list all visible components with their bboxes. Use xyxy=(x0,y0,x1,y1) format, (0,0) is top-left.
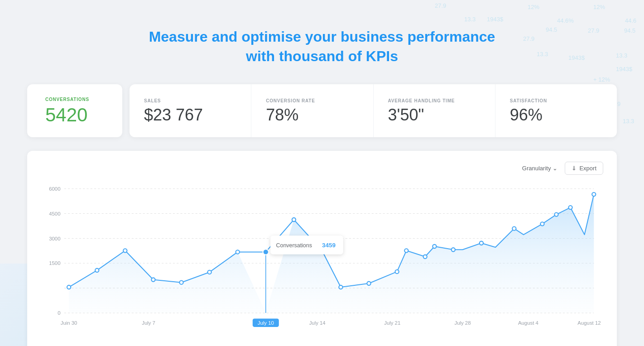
svg-text:July 21: July 21 xyxy=(384,320,400,326)
svg-text:3000: 3000 xyxy=(49,236,60,241)
chart-svg-wrapper: 6000 4500 3000 1500 0 xyxy=(41,179,603,341)
svg-text:July 7: July 7 xyxy=(142,320,155,326)
svg-point-14 xyxy=(123,249,127,253)
svg-text:August 12: August 12 xyxy=(577,320,601,326)
svg-point-17 xyxy=(207,270,211,274)
svg-point-32 xyxy=(540,222,544,226)
granularity-button[interactable]: Granularity ⌄ xyxy=(522,165,558,172)
svg-point-16 xyxy=(179,281,183,284)
conversion-value: 78% xyxy=(266,107,298,123)
svg-point-30 xyxy=(480,241,483,245)
satisfaction-label: SATISFACTION xyxy=(510,98,547,103)
svg-point-23 xyxy=(339,285,342,289)
kpi-card-conversations: CONVERSATIONS 5420 xyxy=(27,84,122,137)
chart-header: Granularity ⌄ ⇓ Export xyxy=(41,162,603,175)
svg-text:3459: 3459 xyxy=(322,242,336,249)
export-label: Export xyxy=(579,165,596,172)
svg-text:Conversations: Conversations xyxy=(276,242,312,249)
svg-point-20 xyxy=(263,250,269,255)
svg-text:Juin 30: Juin 30 xyxy=(61,320,77,326)
svg-point-24 xyxy=(367,282,370,285)
svg-text:0: 0 xyxy=(58,310,60,316)
download-icon: ⇓ xyxy=(572,165,577,172)
sales-value: $23 767 xyxy=(144,107,203,123)
export-button[interactable]: ⇓ Export xyxy=(565,162,603,175)
kpi-card-handling: AVERAGE HANDLING TIME 3'50" xyxy=(374,84,495,137)
svg-point-27 xyxy=(423,255,427,259)
hero-title: Measure and optimise your business perfo… xyxy=(27,27,617,66)
svg-text:6000: 6000 xyxy=(49,186,60,192)
handling-value: 3'50" xyxy=(388,107,424,123)
svg-point-18 xyxy=(236,250,240,254)
svg-text:July 14: July 14 xyxy=(309,320,326,326)
svg-point-33 xyxy=(554,213,558,216)
conversations-value: 5420 xyxy=(45,106,87,125)
svg-text:4500: 4500 xyxy=(49,211,60,216)
handling-label: AVERAGE HANDLING TIME xyxy=(388,98,455,103)
svg-point-21 xyxy=(292,218,296,221)
kpi-cards-rest: SALES $23 767 CONVERSION RATE 78% AVERAG… xyxy=(130,84,617,137)
conversations-label: CONVERSATIONS xyxy=(45,97,89,102)
kpi-card-satisfaction: SATISFACTION 96% xyxy=(495,84,617,137)
svg-point-34 xyxy=(568,206,572,209)
svg-text:July 28: July 28 xyxy=(454,320,471,326)
chart-svg: 6000 4500 3000 1500 0 xyxy=(41,179,603,339)
svg-point-29 xyxy=(452,248,455,251)
granularity-label: Granularity xyxy=(522,165,551,172)
svg-point-28 xyxy=(433,245,436,248)
svg-point-31 xyxy=(512,227,516,231)
sales-label: SALES xyxy=(144,98,161,103)
svg-point-15 xyxy=(151,278,155,282)
svg-text:August 4: August 4 xyxy=(518,320,538,326)
svg-point-25 xyxy=(395,270,399,274)
chevron-down-icon: ⌄ xyxy=(553,165,557,172)
svg-point-26 xyxy=(404,249,408,253)
kpi-card-conversion: CONVERSION RATE 78% xyxy=(251,84,373,137)
svg-text:July 10: July 10 xyxy=(258,320,274,326)
chart-container: Granularity ⌄ ⇓ Export 6000 4500 3000 xyxy=(27,151,617,346)
satisfaction-value: 96% xyxy=(510,107,543,123)
kpi-card-sales: SALES $23 767 xyxy=(130,84,251,137)
svg-text:1500: 1500 xyxy=(49,261,60,266)
kpi-row: CONVERSATIONS 5420 SALES $23 767 CONVERS… xyxy=(27,84,617,137)
svg-point-12 xyxy=(67,285,71,289)
conversion-label: CONVERSION RATE xyxy=(266,98,315,103)
svg-point-35 xyxy=(592,192,596,196)
svg-point-13 xyxy=(95,269,99,272)
